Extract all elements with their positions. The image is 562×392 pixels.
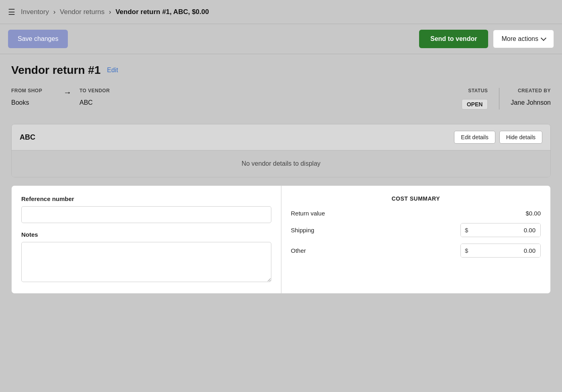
created-by-value: Jane Johnson	[511, 99, 551, 106]
send-to-vendor-button[interactable]: Send to vendor	[419, 30, 488, 48]
created-by-label: CREATED BY	[511, 88, 551, 93]
reference-number-label: Reference number	[21, 195, 271, 202]
other-currency-symbol: $	[461, 244, 472, 257]
chevron-down-icon	[541, 35, 546, 41]
shipping-currency-symbol: $	[461, 223, 472, 237]
shipping-input-wrapper: $	[460, 223, 541, 237]
return-value: $0.00	[525, 210, 541, 217]
more-actions-label: More actions	[501, 35, 538, 43]
info-row: FROM SHOP Books → TO VENDOR ABC STATUS O…	[11, 88, 551, 116]
vendor-card-body: No vendor details to display	[12, 150, 550, 177]
other-input[interactable]	[472, 244, 540, 257]
toolbar-left: Save changes	[8, 30, 68, 48]
status-badge: OPEN	[462, 99, 488, 110]
left-panel: Reference number Notes	[12, 186, 281, 293]
shipping-label: Shipping	[291, 227, 314, 234]
arrow-block: →	[63, 88, 71, 99]
breadcrumb-vendor-returns[interactable]: Vendor returns	[60, 8, 105, 16]
other-input-wrapper: $	[460, 244, 541, 258]
separator-1: ›	[53, 8, 57, 16]
created-by-block: CREATED BY Jane Johnson	[511, 88, 551, 106]
other-row: Other $	[291, 244, 541, 258]
edit-link[interactable]: Edit	[107, 67, 118, 74]
to-vendor-value: ABC	[79, 99, 462, 106]
vendor-card-header: ABC Edit details Hide details	[12, 124, 550, 150]
reference-number-input[interactable]	[21, 206, 271, 223]
return-value-row: Return value $0.00	[291, 210, 541, 217]
vendor-card-actions: Edit details Hide details	[454, 131, 542, 144]
status-created-area: STATUS OPEN CREATED BY Jane Johnson	[462, 88, 551, 110]
hide-details-button[interactable]: Hide details	[499, 131, 542, 144]
to-vendor-block: TO VENDOR ABC	[79, 88, 462, 106]
right-panel: COST SUMMARY Return value $0.00 Shipping…	[281, 186, 551, 293]
from-shop-block: FROM SHOP Books	[11, 88, 63, 106]
edit-details-button[interactable]: Edit details	[454, 131, 495, 144]
shipping-input[interactable]	[472, 223, 540, 237]
status-block: STATUS OPEN	[462, 88, 500, 110]
more-actions-button[interactable]: More actions	[493, 30, 554, 48]
other-label: Other	[291, 247, 306, 254]
no-vendor-details-message: No vendor details to display	[242, 160, 321, 167]
vendor-card-title: ABC	[20, 133, 35, 142]
notes-label: Notes	[21, 231, 271, 238]
shipping-row: Shipping $	[291, 223, 541, 237]
separator-2: ›	[109, 8, 113, 16]
page-title: Vendor return #1	[11, 64, 101, 77]
toolbar-right: Send to vendor More actions	[419, 30, 554, 48]
page-header: Vendor return #1 Edit	[11, 64, 551, 77]
to-vendor-label: TO VENDOR	[79, 88, 462, 93]
status-label: STATUS	[462, 88, 488, 93]
bottom-section: Reference number Notes COST SUMMARY Retu…	[11, 185, 551, 294]
from-shop-label: FROM SHOP	[11, 88, 63, 93]
notes-textarea[interactable]	[21, 242, 271, 282]
breadcrumb-inventory[interactable]: Inventory	[21, 8, 49, 16]
menu-icon[interactable]: ☰	[8, 7, 15, 17]
return-value-label: Return value	[291, 210, 325, 217]
top-nav: ☰ Inventory › Vendor returns › Vendor re…	[0, 0, 562, 24]
vendor-card: ABC Edit details Hide details No vendor …	[11, 124, 551, 177]
direction-arrow-icon: →	[63, 88, 71, 97]
breadcrumb: Inventory › Vendor returns › Vendor retu…	[21, 8, 209, 16]
main-content: Vendor return #1 Edit FROM SHOP Books → …	[0, 54, 562, 303]
save-changes-button[interactable]: Save changes	[8, 30, 68, 48]
breadcrumb-current: Vendor return #1, ABC, $0.00	[116, 8, 209, 16]
cost-summary-title: COST SUMMARY	[291, 195, 541, 202]
from-shop-value: Books	[11, 99, 63, 106]
toolbar: Save changes Send to vendor More actions	[0, 24, 562, 54]
